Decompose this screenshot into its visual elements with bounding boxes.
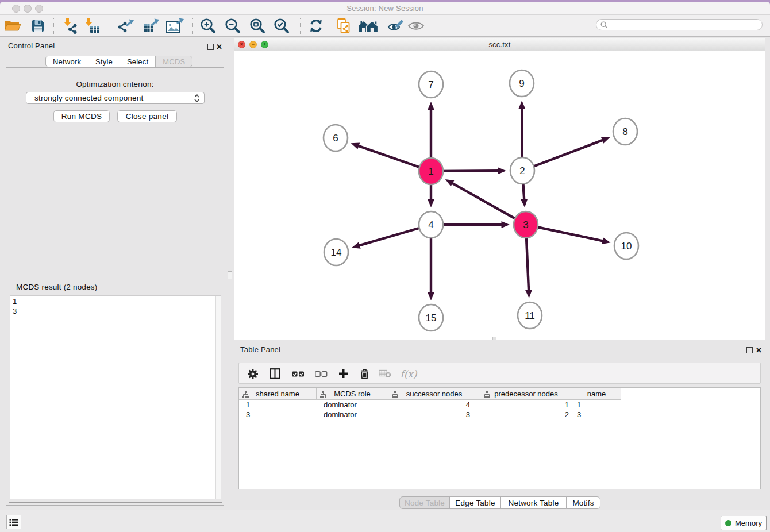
close-panel-icon[interactable]: ✕ [216, 43, 222, 51]
show-hide-button[interactable] [407, 17, 425, 35]
export-network-icon [117, 18, 134, 34]
optimization-dropdown[interactable]: strongly connected component [26, 92, 205, 104]
edge-arrowhead [601, 137, 610, 144]
import-network-button[interactable] [63, 17, 79, 35]
float-panel-icon[interactable] [207, 44, 214, 50]
table-tab-motifs[interactable]: Motifs [566, 496, 600, 509]
houses-icon [357, 18, 379, 33]
delete-table-button[interactable] [378, 363, 392, 384]
zoom-in-button[interactable] [199, 17, 217, 35]
table-tab-node-table[interactable]: Node Table [399, 496, 450, 509]
column-header-shared-name[interactable]: shared name [239, 388, 317, 400]
table-cell[interactable]: 1 [572, 400, 621, 410]
export-image-button[interactable] [165, 17, 184, 35]
edge-arrowhead [428, 292, 434, 301]
table-cell[interactable]: 1 [239, 400, 317, 410]
export-table-button[interactable] [143, 17, 160, 35]
memory-label: Memory [735, 519, 762, 527]
close-table-panel-icon[interactable]: ✕ [756, 346, 762, 354]
zoom-selected-button[interactable] [273, 17, 290, 35]
select-all-columns-button[interactable] [291, 363, 305, 384]
panel-divider-handle[interactable] [228, 271, 232, 279]
mcds-result-list[interactable]: 13 [10, 295, 221, 499]
dropdown-stepper-icon [194, 94, 199, 105]
table-cell[interactable]: 3 [572, 410, 621, 419]
task-history-button[interactable] [6, 515, 21, 529]
memory-button[interactable]: Memory [721, 516, 767, 530]
table-cell[interactable]: 2 [480, 410, 572, 419]
table-panel-tabs: Node TableEdge TableNetwork TableMotifs [399, 496, 600, 509]
graph-node-label: 15 [426, 313, 437, 323]
table-cell[interactable]: 3 [239, 410, 317, 419]
show-column-panel-button[interactable] [268, 363, 282, 384]
function-builder-button[interactable]: f(x) [399, 363, 418, 384]
content-area: Control Panel ✕ NetworkStyleSelectMCDS O… [0, 37, 770, 510]
duplicate-network-icon [336, 18, 351, 34]
home-view-button[interactable] [357, 17, 379, 35]
annotation-view-button[interactable] [387, 17, 405, 35]
table-cell[interactable]: dominator [317, 410, 388, 419]
float-table-panel-icon[interactable] [746, 347, 753, 353]
save-session-button[interactable] [30, 17, 46, 35]
mcds-result-scrollbar[interactable] [215, 296, 221, 499]
control-tab-select[interactable]: Select [120, 56, 156, 67]
copy-network-button[interactable] [336, 17, 351, 35]
zoom-fit-icon [249, 17, 266, 34]
zoom-fit-button[interactable] [249, 17, 266, 35]
column-header-name[interactable]: name [572, 388, 621, 400]
table-cell[interactable]: 4 [388, 400, 480, 410]
window-title: Session: New Session [0, 2, 770, 15]
table-tab-edge-table[interactable]: Edge Table [449, 496, 501, 509]
main-toolbar [0, 15, 770, 37]
column-header-successor-nodes[interactable]: successor nodes [388, 388, 480, 400]
edge-arrowhead [502, 221, 510, 228]
open-session-button[interactable] [3, 17, 22, 35]
column-header-predecessor-nodes[interactable]: predecessor nodes [480, 388, 572, 400]
table-settings-button[interactable] [246, 363, 260, 384]
unselect-all-columns-button[interactable] [314, 363, 328, 384]
edge-arrowhead [602, 237, 610, 244]
table-cell[interactable]: dominator [317, 400, 388, 410]
network-resize-handle[interactable] [492, 337, 496, 340]
network-window-titlebar: scc.txt ✕ − + [234, 38, 765, 51]
table-tab-network-table[interactable]: Network Table [500, 496, 567, 509]
network-close-button[interactable]: ✕ [238, 41, 245, 48]
table-panel: Table Panel ✕ [234, 342, 765, 509]
table-cell[interactable]: 1 [480, 400, 572, 410]
create-column-button[interactable] [336, 363, 350, 384]
column-header-label: MCDS role [334, 390, 371, 398]
memory-status-icon [725, 520, 732, 526]
task-list-icon [9, 518, 18, 526]
table-row[interactable]: 1dominator411 [239, 400, 621, 410]
column-type-icon [242, 391, 249, 399]
import-table-icon [84, 18, 100, 34]
table-row[interactable]: 3dominator323 [239, 410, 621, 419]
network-zoom-button[interactable]: + [261, 41, 268, 48]
dropdown-value: strongly connected component [34, 94, 143, 102]
fx-icon: f(x) [400, 368, 417, 380]
close-panel-button[interactable]: Close panel [117, 110, 177, 122]
table-header-row: shared nameMCDS rolesuccessor nodesprede… [239, 388, 621, 400]
column-type-icon [320, 391, 326, 399]
control-tab-network[interactable]: Network [45, 56, 88, 67]
zoom-out-button[interactable] [224, 17, 241, 35]
control-tab-mcds[interactable]: MCDS [155, 56, 192, 67]
control-panel-tabs: NetworkStyleSelectMCDS [45, 56, 192, 67]
table-cell[interactable]: 3 [388, 410, 480, 419]
graph-node-label: 2 [519, 165, 525, 176]
search-input[interactable] [596, 19, 763, 30]
column-header-MCDS-role[interactable]: MCDS role [317, 388, 388, 400]
refresh-button[interactable] [308, 17, 324, 35]
run-mcds-button[interactable]: Run MCDS [53, 110, 110, 122]
node-table: shared nameMCDS rolesuccessor nodesprede… [238, 387, 761, 489]
control-tab-style[interactable]: Style [88, 56, 120, 67]
mcds-tab-panel: Optimization criterion: strongly connect… [6, 67, 224, 506]
edge-2-8[interactable] [522, 140, 604, 171]
export-network-button[interactable] [117, 17, 134, 35]
import-table-button[interactable] [84, 17, 100, 35]
network-graph-canvas[interactable]: 7968124314101511 [234, 51, 765, 340]
delete-column-button[interactable] [357, 363, 371, 384]
unchecked-boxes-icon [315, 371, 328, 377]
network-minimize-button[interactable]: − [249, 41, 257, 48]
control-panel-title: Control Panel [8, 41, 55, 50]
